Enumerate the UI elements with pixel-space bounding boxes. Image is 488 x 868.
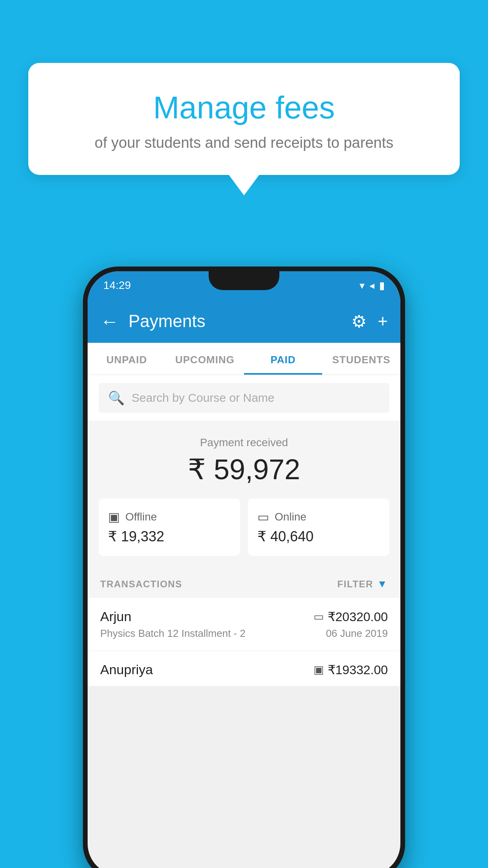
speech-bubble-subtitle: of your students and send receipts to pa… — [52, 134, 436, 151]
online-amount: ₹ 40,640 — [257, 528, 380, 545]
filter-button[interactable]: FILTER ▼ — [338, 578, 388, 590]
status-icons: ▾ ◂ ▮ — [360, 280, 385, 292]
battery-icon: ▮ — [379, 280, 385, 292]
add-button[interactable]: + — [378, 311, 388, 331]
transaction-amount-value: ₹20320.00 — [328, 609, 388, 624]
offline-label: Offline — [125, 511, 157, 523]
transaction-amount-value: ₹19332.00 — [328, 662, 388, 677]
transaction-name: Arjun — [100, 609, 131, 624]
payment-cards-row: ▣ Offline ₹ 19,332 ▭ Online ₹ 40,640 — [88, 498, 400, 567]
online-payment-icon: ▭ — [314, 610, 324, 623]
transaction-amount: ▭ ₹20320.00 — [314, 609, 388, 624]
transaction-row[interactable]: Arjun ▭ ₹20320.00 Physics Batch 12 Insta… — [88, 598, 400, 651]
transaction-date: 06 June 2019 — [326, 627, 388, 640]
transaction-course: Physics Batch 12 Installment - 2 — [100, 627, 246, 640]
online-payment-card: ▭ Online ₹ 40,640 — [248, 498, 389, 556]
search-bar[interactable]: 🔍 Search by Course or Name — [99, 383, 389, 413]
payment-received-label: Payment received — [99, 436, 389, 449]
transaction-top: Arjun ▭ ₹20320.00 — [100, 609, 388, 624]
online-card-header: ▭ Online — [257, 509, 380, 524]
transactions-header: TRANSACTIONS FILTER ▼ — [88, 567, 400, 598]
filter-label: FILTER — [338, 579, 373, 590]
signal-icon: ◂ — [369, 280, 374, 292]
status-time: 14:29 — [103, 279, 131, 292]
search-icon: 🔍 — [108, 390, 125, 406]
filter-icon: ▼ — [377, 578, 388, 590]
settings-icon[interactable]: ⚙ — [351, 311, 367, 331]
online-label: Online — [275, 511, 306, 523]
app-bar-title: Payments — [128, 311, 342, 331]
search-input[interactable]: Search by Course or Name — [132, 391, 275, 405]
transaction-bottom: Physics Batch 12 Installment - 2 06 June… — [100, 627, 388, 640]
app-bar-actions: ⚙ + — [351, 311, 388, 331]
transaction-amount: ▣ ₹19332.00 — [314, 662, 388, 677]
payment-amount: ₹ 59,972 — [99, 453, 389, 486]
phone-screen: 14:29 ▾ ◂ ▮ ← Payments ⚙ + UNPAID UPCOMI… — [88, 271, 400, 868]
offline-card-header: ▣ Offline — [108, 509, 231, 524]
payment-summary: Payment received ₹ 59,972 — [88, 421, 400, 498]
tab-upcoming[interactable]: UPCOMING — [166, 343, 244, 375]
online-icon: ▭ — [257, 509, 269, 524]
phone-frame: 14:29 ▾ ◂ ▮ ← Payments ⚙ + UNPAID UPCOMI… — [83, 267, 405, 868]
app-bar: ← Payments ⚙ + — [88, 300, 400, 343]
offline-icon: ▣ — [108, 509, 120, 524]
phone-notch — [209, 271, 279, 290]
transaction-row[interactable]: Anupriya ▣ ₹19332.00 — [88, 651, 400, 686]
speech-bubble-card: Manage fees of your students and send re… — [28, 63, 460, 175]
transactions-label: TRANSACTIONS — [100, 579, 182, 590]
tab-paid[interactable]: PAID — [244, 343, 322, 375]
offline-amount: ₹ 19,332 — [108, 528, 231, 545]
transaction-top: Anupriya ▣ ₹19332.00 — [100, 662, 388, 677]
search-container: 🔍 Search by Course or Name — [88, 375, 400, 421]
back-button[interactable]: ← — [100, 311, 119, 332]
offline-payment-icon: ▣ — [314, 663, 324, 676]
transaction-name: Anupriya — [100, 662, 153, 677]
tab-students[interactable]: STUDENTS — [322, 343, 400, 375]
wifi-icon: ▾ — [360, 280, 365, 292]
offline-payment-card: ▣ Offline ₹ 19,332 — [99, 498, 240, 556]
tab-unpaid[interactable]: UNPAID — [88, 343, 166, 375]
speech-bubble-title: Manage fees — [52, 90, 436, 125]
tabs-bar: UNPAID UPCOMING PAID STUDENTS — [88, 343, 400, 375]
